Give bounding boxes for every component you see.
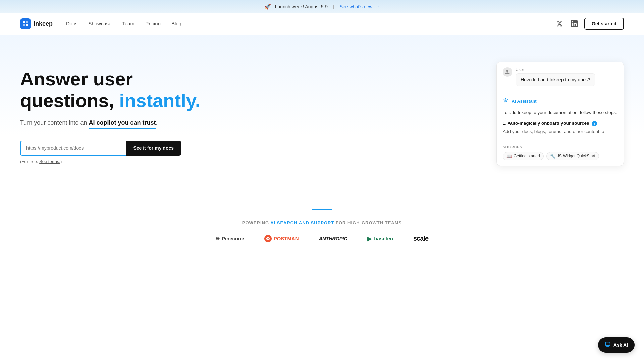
get-started-button[interactable]: Get started (584, 18, 624, 30)
brand-scale: scale (413, 235, 428, 242)
widget-icon: 🔧 (550, 154, 555, 159)
hero-subtitle: Turn your content into an AI copilot you… (20, 118, 476, 129)
user-question: How do I add Inkeep to my docs? (516, 73, 595, 86)
source-js-widget: JS Widget QuickStart (557, 154, 595, 158)
nav-docs[interactable]: Docs (66, 21, 77, 26)
nav-blog[interactable]: Blog (171, 21, 181, 26)
linkedin-icon[interactable] (570, 19, 579, 28)
section-divider (0, 202, 644, 214)
brand-postman: POSTMAN (264, 235, 299, 242)
powering-section: POWERING AI SEARCH AND SUPPORT FOR HIGH-… (0, 214, 644, 256)
svg-rect-0 (23, 21, 25, 23)
docs-url-input[interactable] (20, 141, 126, 156)
hero-section: Answer user questions, instantly. Turn y… (0, 35, 644, 202)
source-chips: 📖 Getting started 🔧 JS Widget QuickStart (503, 152, 618, 160)
ai-intro: To add Inkeep to your documentation, fol… (503, 109, 618, 116)
baseten-icon: ▶ (367, 235, 372, 242)
hero-right: User How do I add Inkeep to my docs? AI … (496, 62, 624, 166)
user-avatar (503, 67, 512, 77)
book-icon: 📖 (506, 154, 512, 159)
banner-divider: | (333, 4, 334, 9)
divider-line (312, 209, 332, 210)
hero-title: Answer user questions, instantly. (20, 68, 476, 112)
brand-pinecone: ✳ Pinecone (216, 236, 244, 241)
source-getting-started: Getting started (514, 154, 540, 158)
svg-rect-1 (26, 21, 28, 23)
postman-icon (264, 235, 272, 242)
ai-label: AI Assistant (512, 99, 537, 104)
chat-widget: User How do I add Inkeep to my docs? AI … (496, 62, 624, 166)
top-banner: 🚀 Launch week! August 5-9 | See what's n… (0, 0, 644, 13)
nav-right: Get started (555, 18, 624, 30)
ai-step1-desc: Add your docs, blogs, forums, and other … (503, 128, 618, 135)
chat-sources: SOURCES 📖 Getting started 🔧 JS Widget Qu… (503, 141, 618, 160)
chat-user-message: User How do I add Inkeep to my docs? (497, 62, 624, 92)
nav-pricing[interactable]: Pricing (145, 21, 161, 26)
nav-showcase[interactable]: Showcase (88, 21, 111, 26)
hero-title-highlight: instantly. (119, 90, 201, 111)
svg-rect-2 (23, 24, 25, 26)
chat-user-info: User How do I add Inkeep to my docs? (516, 67, 595, 86)
pinecone-snowflake-icon: ✳ (216, 236, 220, 241)
whats-new-link[interactable]: See what's new → (340, 4, 380, 9)
hero-note: (For free. See terms.) (20, 159, 476, 164)
brand-anthropic: ANTHROPIC (319, 236, 347, 241)
logo-icon (20, 18, 31, 29)
ai-step1: 1. Auto-magically onboard your sources i (503, 120, 618, 127)
chat-ai-response: To add Inkeep to your documentation, fol… (503, 109, 618, 135)
chat-ai-section: AI Assistant To add Inkeep to your docum… (497, 92, 624, 166)
twitter-x-icon[interactable] (555, 19, 564, 28)
chat-ai-header: AI Assistant (503, 97, 618, 105)
see-terms-link[interactable]: See terms. (39, 159, 60, 164)
svg-rect-3 (26, 24, 28, 26)
user-label: User (516, 67, 595, 72)
sources-label: SOURCES (503, 145, 618, 149)
logo-text: inkeep (34, 20, 53, 27)
powering-label: POWERING AI SEARCH AND SUPPORT FOR HIGH-… (13, 220, 631, 225)
hero-left: Answer user questions, instantly. Turn y… (20, 55, 476, 164)
launch-text: Launch week! August 5-9 (275, 4, 328, 9)
ai-sparkle-icon (503, 97, 509, 105)
navbar: inkeep Docs Showcase Team Pricing Blog G… (0, 13, 644, 35)
nav-links: Docs Showcase Team Pricing Blog (66, 21, 555, 27)
logo[interactable]: inkeep (20, 18, 53, 29)
nav-team[interactable]: Team (122, 21, 135, 26)
step-badge: i (592, 121, 597, 126)
source-chip-getting-started[interactable]: 📖 Getting started (503, 152, 544, 160)
rocket-icon: 🚀 (264, 3, 271, 10)
source-chip-js-widget[interactable]: 🔧 JS Widget QuickStart (546, 152, 599, 160)
see-it-button[interactable]: See it for my docs (126, 141, 181, 156)
hero-title-line2: questions, (20, 90, 119, 111)
logos-row: ✳ Pinecone POSTMAN ANTHROPIC ▶ baseten s… (13, 235, 631, 242)
hero-title-line1: Answer user (20, 68, 133, 89)
hero-input-row: See it for my docs (20, 141, 181, 156)
brand-baseten: ▶ baseten (367, 235, 393, 242)
